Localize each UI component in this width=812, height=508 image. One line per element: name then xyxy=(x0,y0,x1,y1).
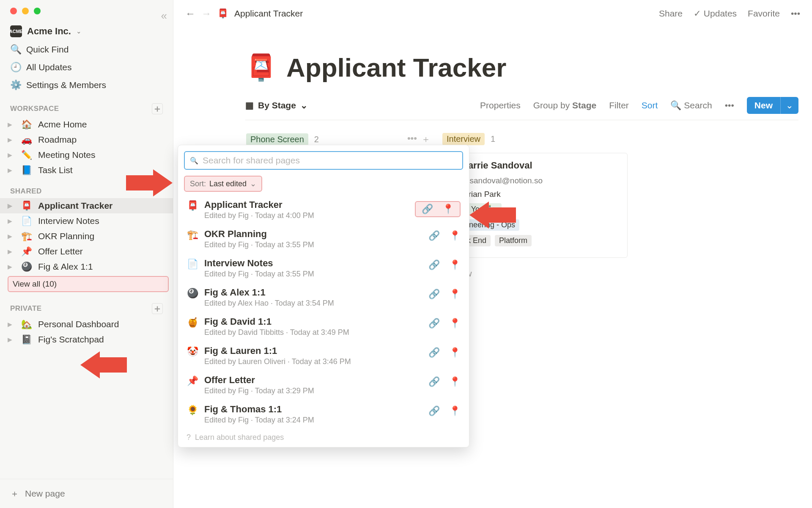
pin-icon[interactable]: 📍 xyxy=(449,376,461,387)
column-more-button[interactable]: ••• xyxy=(407,133,417,146)
page-emoji-icon: 🎱 xyxy=(187,288,198,299)
section-workspace: WORKSPACE ＋ xyxy=(0,94,173,117)
shared-page-row[interactable]: 📌 Offer Letter Edited by Fig · Today at … xyxy=(184,370,463,400)
nav-forward-button[interactable]: → xyxy=(201,8,211,19)
pin-icon[interactable]: 📍 xyxy=(449,406,461,417)
search-button[interactable]: 🔍 Search xyxy=(670,100,712,110)
caret-icon[interactable]: ▶ xyxy=(8,202,15,209)
sidebar-page-item[interactable]: ▶ 🏗️ OKR Planning xyxy=(0,229,173,244)
link-icon[interactable]: 🔗 xyxy=(428,289,440,300)
zoom-window-button[interactable] xyxy=(34,8,41,14)
board-card[interactable]: Carrie Sandoval carriesandoval@notion.so… xyxy=(442,153,628,258)
skill-chip: Platform xyxy=(495,235,532,246)
new-page-button[interactable]: ＋ New page xyxy=(0,479,173,508)
new-row-button[interactable]: New ⌄ xyxy=(747,97,798,114)
view-switcher[interactable]: ▦ By Stage ⌄ xyxy=(245,100,308,110)
shared-page-meta: Edited by Fig · Today at 3:24 PM xyxy=(204,416,422,425)
shared-page-row[interactable]: 🌻 Fig & Thomas 1:1 Edited by Fig · Today… xyxy=(184,400,463,429)
all-updates[interactable]: 🕘 All Updates xyxy=(0,58,173,76)
caret-icon[interactable]: ▶ xyxy=(8,248,15,255)
view-all-shared[interactable]: View all (10) xyxy=(8,276,169,292)
workspace-name: Acme Inc. xyxy=(27,26,71,37)
more-button[interactable]: ••• xyxy=(791,8,800,19)
pin-icon[interactable]: 📍 xyxy=(449,289,461,300)
link-icon[interactable]: 🔗 xyxy=(422,204,433,215)
caret-icon[interactable]: ▶ xyxy=(8,152,15,158)
page-title[interactable]: Applicant Tracker xyxy=(286,52,506,83)
add-card-button[interactable]: ＋ New xyxy=(442,264,628,284)
help-icon: ? xyxy=(187,433,191,442)
topbar: ← → 📮 Applicant Tracker Share ✓ Updates … xyxy=(173,0,812,27)
shared-sort-dropdown[interactable]: Sort: Last edited ⌄ xyxy=(184,176,262,192)
settings-members[interactable]: ⚙️ Settings & Members xyxy=(0,76,173,94)
sidebar-page-item[interactable]: ▶ 🏠 Acme Home xyxy=(0,117,173,132)
sidebar-page-item[interactable]: ▶ ✏️ Meeting Notes xyxy=(0,147,173,163)
link-icon[interactable]: 🔗 xyxy=(428,376,440,387)
close-window-button[interactable] xyxy=(10,8,17,14)
sidebar-page-item[interactable]: ▶ 📄 Interview Notes xyxy=(0,213,173,229)
caret-icon[interactable]: ▶ xyxy=(8,336,15,343)
shared-page-name: OKR Planning xyxy=(204,229,422,240)
pin-icon[interactable]: 📍 xyxy=(449,318,461,329)
pin-icon[interactable]: 📍 xyxy=(442,204,454,215)
sidebar-page-item[interactable]: ▶ 📓 Fig's Scratchpad xyxy=(0,332,173,347)
caret-icon[interactable]: ▶ xyxy=(8,263,15,270)
column-tag[interactable]: Phone Screen xyxy=(246,133,308,146)
sidebar-page-item[interactable]: ▶ 📘 Task List xyxy=(0,163,173,178)
caret-icon[interactable]: ▶ xyxy=(8,321,15,328)
properties-button[interactable]: Properties xyxy=(480,100,521,110)
shared-page-row[interactable]: 🤡 Fig & Lauren 1:1 Edited by Lauren Oliv… xyxy=(184,341,463,370)
collapse-sidebar-button[interactable]: « xyxy=(161,9,167,22)
shared-page-row[interactable]: 🎱 Fig & Alex 1:1 Edited by Alex Hao · To… xyxy=(184,283,463,312)
link-icon[interactable]: 🔗 xyxy=(428,318,440,329)
link-icon[interactable]: 🔗 xyxy=(428,230,440,241)
breadcrumb-title[interactable]: Applicant Tracker xyxy=(234,8,303,19)
caret-icon[interactable]: ▶ xyxy=(8,233,15,240)
updates-button[interactable]: ✓ Updates xyxy=(694,8,737,19)
share-button[interactable]: Share xyxy=(659,8,683,19)
new-page-label: New page xyxy=(25,489,65,499)
caret-icon[interactable]: ▶ xyxy=(8,136,15,143)
link-icon[interactable]: 🔗 xyxy=(428,347,440,358)
minimize-window-button[interactable] xyxy=(22,8,29,14)
shared-page-row[interactable]: 🍯 Fig & David 1:1 Edited by David Tibbit… xyxy=(184,312,463,341)
workspace-switcher[interactable]: ACME Acme Inc. ⌄ xyxy=(0,22,173,41)
sidebar-page-item[interactable]: ▶ 📌 Offer Letter xyxy=(0,244,173,259)
sidebar-page-item[interactable]: ▶ 🚗 Roadmap xyxy=(0,132,173,147)
page-title-label: Acme Home xyxy=(38,119,87,130)
page-icon[interactable]: 📮 xyxy=(245,52,277,83)
breadcrumb-icon: 📮 xyxy=(217,8,228,19)
add-workspace-page-button[interactable]: ＋ xyxy=(152,103,163,114)
shared-page-name: Fig & Lauren 1:1 xyxy=(204,345,422,356)
quick-find[interactable]: 🔍 Quick Find xyxy=(0,41,173,58)
view-more-button[interactable]: ••• xyxy=(725,100,734,110)
pin-icon[interactable]: 📍 xyxy=(449,260,461,271)
nav-back-button[interactable]: ← xyxy=(185,8,195,19)
link-icon[interactable]: 🔗 xyxy=(428,260,440,271)
shared-page-row[interactable]: 🏗️ OKR Planning Edited by Fig · Today at… xyxy=(184,224,463,254)
caret-icon[interactable]: ▶ xyxy=(8,167,15,174)
group-by-button[interactable]: Group by Stage xyxy=(533,100,596,110)
link-icon[interactable]: 🔗 xyxy=(428,406,440,417)
caret-icon[interactable]: ▶ xyxy=(8,218,15,224)
pin-icon[interactable]: 📍 xyxy=(449,347,461,358)
learn-shared-pages-link[interactable]: ? Learn about shared pages xyxy=(184,429,463,443)
page-title-label: Task List xyxy=(38,165,73,175)
sidebar-page-item[interactable]: ▶ 🎱 Fig & Alex 1:1 xyxy=(0,259,173,274)
column-add-button[interactable]: ＋ xyxy=(421,133,431,146)
new-row-dropdown[interactable]: ⌄ xyxy=(780,97,798,114)
favorite-button[interactable]: Favorite xyxy=(748,8,780,19)
shared-search[interactable]: 🔍 xyxy=(184,151,463,170)
sort-button[interactable]: Sort xyxy=(642,100,658,110)
shared-page-row[interactable]: 📮 Applicant Tracker Edited by Fig · Toda… xyxy=(184,195,463,224)
sidebar-page-item[interactable]: ▶ 🏡 Personal Dashboard xyxy=(0,317,173,332)
board-column: Interview 1 Carrie Sandoval carriesandov… xyxy=(442,131,628,395)
pin-icon[interactable]: 📍 xyxy=(449,230,461,241)
add-private-page-button[interactable]: ＋ xyxy=(152,303,163,314)
column-tag[interactable]: Interview xyxy=(442,133,485,145)
shared-page-row[interactable]: 📄 Interview Notes Edited by Fig · Today … xyxy=(184,254,463,283)
filter-button[interactable]: Filter xyxy=(609,100,629,110)
caret-icon[interactable]: ▶ xyxy=(8,121,15,128)
shared-search-input[interactable] xyxy=(203,155,457,166)
sidebar-page-item[interactable]: ▶ 📮 Applicant Tracker xyxy=(0,198,173,213)
